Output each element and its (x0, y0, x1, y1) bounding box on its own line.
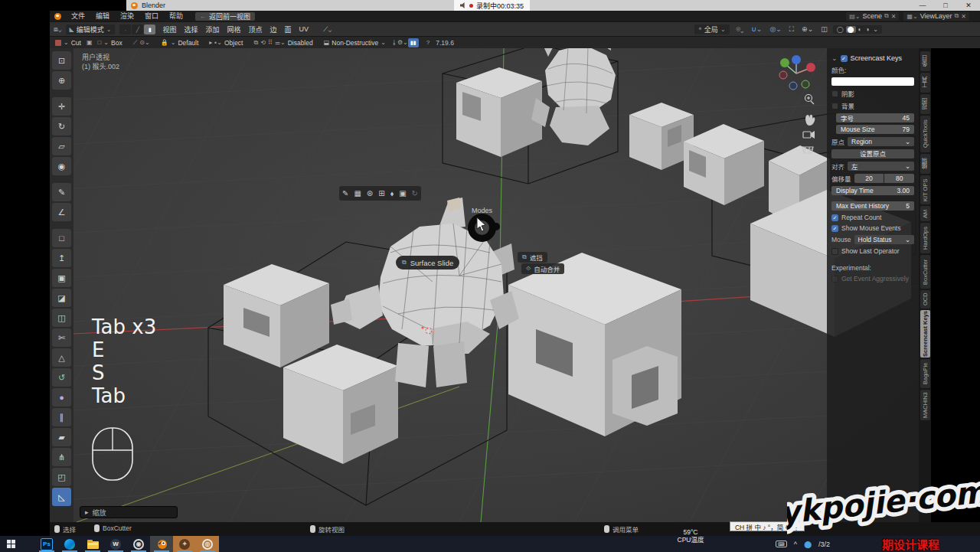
copy-icon[interactable]: ⧉ (955, 12, 959, 20)
mouse-size-slider[interactable]: Mouse Size79 (836, 125, 914, 134)
tool-bevel[interactable]: ◪ (52, 289, 71, 307)
tool-transform[interactable]: ◉ (52, 157, 71, 175)
editor-type-icon[interactable]: ⧈⌄ (54, 25, 62, 34)
tab-quicktools[interactable]: QuickTools (920, 116, 930, 152)
offset-fields[interactable]: 20 80 (854, 174, 914, 183)
hud-eyedropper-icon[interactable]: ⬧ (390, 189, 394, 198)
show-last-operator-checkbox[interactable] (831, 248, 838, 255)
start-button[interactable] (0, 536, 23, 552)
tool-add-cube[interactable]: □ (52, 229, 71, 247)
toggle-icon[interactable]: ▣ (87, 39, 93, 46)
tool-spin[interactable]: ↺ (52, 368, 71, 387)
tool-knife[interactable]: ✄ (52, 328, 71, 347)
menu-vertex[interactable]: 顶点 (245, 24, 266, 34)
live-toggle-group[interactable]: ⧉ ⟲ ⠿ ⚌⌄ Disabled (253, 39, 312, 47)
taskbar-edge[interactable] (58, 536, 81, 552)
hud-extra-icon[interactable]: ↻ (412, 189, 418, 198)
taskbar-w-app[interactable]: W (104, 536, 127, 552)
tool-shear[interactable]: ▰ (52, 428, 71, 446)
tool-tweak-select[interactable]: ⊡ (52, 51, 71, 70)
face-select-button[interactable]: ▮ (144, 24, 155, 34)
transform-orientation-dropdown[interactable]: ⌖ 全局 ⌄ (694, 24, 729, 34)
repeat-count-checkbox[interactable] (831, 214, 838, 221)
rendered-shading-icon[interactable]: ◑ (864, 26, 871, 33)
menu-window[interactable]: 窗口 (140, 11, 163, 21)
minimize-button[interactable]: — (911, 0, 934, 11)
panel-collapse-icon[interactable]: ⌄ (831, 54, 838, 62)
tool-cursor[interactable]: ⊕ (52, 71, 71, 90)
taskbar-photoshop[interactable]: Ps (35, 536, 58, 552)
vertex-select-button[interactable]: ∙ (119, 24, 131, 34)
show-mouse-events-checkbox[interactable] (831, 225, 838, 232)
zoom-icon[interactable] (805, 95, 815, 105)
tab-am[interactable]: AM (920, 206, 930, 221)
scene-selector[interactable]: ▤⌄ Scene ⧉ ✕ (846, 12, 899, 21)
display-time-slider[interactable]: Display Time3.00 (831, 186, 914, 195)
tab-screencast-keys[interactable]: Screencast Keys (920, 310, 930, 358)
wireframe-shading-icon[interactable]: ◯ (835, 26, 845, 33)
show-gizmo-icon[interactable]: ⛶ (789, 25, 794, 34)
blender-logo-icon[interactable] (54, 13, 61, 20)
maximize-button[interactable]: □ (934, 0, 957, 11)
menu-select[interactable]: 选择 (180, 24, 201, 34)
tool-corner-type[interactable]: ◰ (52, 468, 71, 486)
menu-face[interactable]: 面 (281, 24, 296, 34)
tab-kit-ops[interactable]: KIT OPS (920, 175, 930, 204)
mouse-display-dropdown[interactable]: Hold Status⌄ (854, 235, 914, 244)
tool-annotate[interactable]: ✎ (52, 183, 71, 201)
tool-inset-faces[interactable]: ▣ (52, 269, 71, 287)
snap-magnet-icon[interactable]: ∪⌄ (751, 25, 762, 33)
tab-hardops[interactable]: HardOps (920, 223, 930, 253)
operator-panel-collapsed[interactable]: ▸ 缩放 (80, 506, 178, 518)
navigation-gizmo[interactable] (779, 55, 815, 90)
copy-icon[interactable]: ⧉ (884, 12, 889, 20)
tab-ocd[interactable]: OCD (920, 290, 930, 309)
menu-edge[interactable]: 边 (266, 24, 281, 34)
tool-measure[interactable]: ∠ (52, 203, 71, 221)
menu-add[interactable]: 添加 (202, 24, 224, 34)
close-button[interactable]: ✕ (957, 0, 980, 11)
camera-view-icon[interactable] (803, 131, 815, 139)
shading-dropdown-icon[interactable]: ⌄ (871, 26, 880, 33)
font-size-slider[interactable]: 字号45 (836, 113, 914, 122)
menu-render[interactable]: 渲染 (116, 11, 139, 21)
pivot-point-icon[interactable]: ⌾⌄ (737, 25, 744, 34)
taskbar-orange-app-2[interactable]: ◎ (196, 536, 219, 552)
edge-select-button[interactable]: ╱ (132, 24, 143, 34)
tab-machin3[interactable]: MACHIN3 (920, 390, 930, 420)
tool-move[interactable]: ✛ (52, 97, 71, 116)
tool-scale[interactable]: ▱ (52, 137, 71, 155)
back-to-previous-view-button[interactable]: ← 返回前一视图 (195, 12, 255, 21)
hud-retopo-icon[interactable]: ▦ (354, 189, 361, 198)
draw-options-group[interactable]: ⟋ ⊙⌄ (133, 39, 150, 47)
color-swatch[interactable] (831, 77, 914, 86)
floating-tool-hud[interactable]: ✎ ▦ ⊛ ⊞ ⬧ ▣ ↻ (339, 186, 421, 201)
keyboard-tray-icon[interactable]: ⌨ (776, 541, 787, 547)
menu-mesh[interactable]: 网格 (224, 24, 245, 34)
occlude-toggle[interactable]: ⧉ 遮挡 (518, 252, 547, 263)
unlink-icon[interactable]: ✕ (961, 13, 966, 20)
boxcutter-mode-dropdown[interactable]: ⌄ Cut (55, 39, 81, 47)
hud-annotate-icon[interactable]: ✎ (342, 189, 348, 198)
menu-file[interactable]: 文件 (67, 11, 90, 21)
material-shading-icon[interactable]: ◐ (857, 26, 864, 33)
tool-smooth[interactable]: ● (52, 388, 71, 407)
hud-mesh-icon[interactable]: ⊞ (378, 189, 384, 198)
max-event-history-slider[interactable]: Max Event History5 (831, 201, 914, 211)
taskbar-recorder[interactable]: ◉ (127, 536, 150, 552)
hud-transform-icon[interactable]: ▣ (399, 189, 406, 198)
tab-edit[interactable]: 编辑 (920, 154, 930, 174)
tool-edge-slide[interactable]: ∥ (52, 408, 71, 426)
tool-poly-build[interactable]: △ (52, 348, 71, 367)
viewlayer-selector[interactable]: ▦⌄ ViewLayer ⧉ ✕ (903, 12, 969, 21)
tool-boxcutter-active[interactable]: ◺ (52, 488, 71, 506)
boxcutter-shape-dropdown[interactable]: □ ⌄ Box (98, 39, 122, 47)
tab-boxcutter[interactable]: BoxCutter (920, 255, 930, 289)
pause-button[interactable]: ▮▮ (408, 38, 419, 47)
menu-view[interactable]: 视图 (158, 24, 180, 34)
align-dropdown[interactable]: 左⌄ (848, 162, 914, 171)
apply-icon[interactable]: ⭳ (391, 39, 397, 46)
hud-snap-icon[interactable]: ⊛ (367, 189, 373, 198)
tool-fallback-icon[interactable]: ⟋⌄ (323, 25, 332, 34)
tab-view[interactable]: 视图 (920, 94, 930, 114)
